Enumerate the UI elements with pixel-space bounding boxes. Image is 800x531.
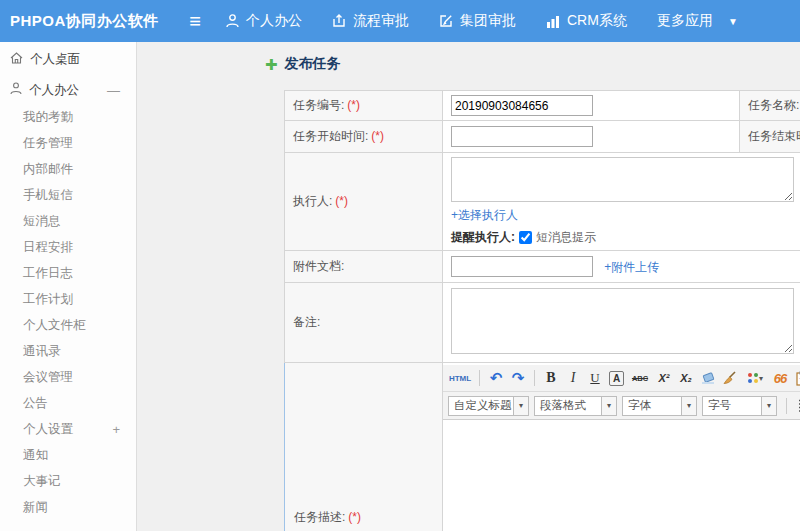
nav-personal-office[interactable]: 个人办公 (226, 12, 302, 30)
editor-toolbar-bottom: 自定义标题▾ 段落格式▾ 字体▾ 字号▾ (443, 392, 800, 420)
caret-down-icon: ▾ (759, 374, 763, 383)
paste-text-icon[interactable]: T (792, 368, 800, 388)
bold-button[interactable]: B (541, 368, 561, 388)
sidebar-item-label: 个人办公 (29, 82, 79, 99)
sidebar-item-personal-settings[interactable]: 个人设置 + (0, 416, 136, 442)
nav-process-approval[interactable]: 流程审批 (332, 12, 409, 30)
task-no-label: 任务编号:(*) (285, 91, 443, 121)
font-style-button[interactable]: A (609, 371, 624, 386)
editor-content-area[interactable] (443, 420, 800, 531)
custom-heading-select[interactable]: 自定义标题▾ (448, 396, 529, 416)
sidebar-item-news[interactable]: 新闻 (0, 494, 136, 520)
italic-button[interactable]: I (563, 368, 583, 388)
row-description: 任务描述:(*) HTML ↶ ↷ B I U A ABC (285, 363, 800, 531)
sidebar-item-work-plan[interactable]: 工作计划 (0, 286, 136, 312)
description-label: 任务描述:(*) (285, 363, 443, 531)
sidebar-item-meeting[interactable]: 会议管理 (0, 364, 136, 390)
executor-textarea[interactable] (451, 157, 794, 202)
nav-group-approval[interactable]: 集团审批 (439, 12, 516, 30)
expand-icon[interactable]: + (112, 422, 120, 437)
nav-crm-system[interactable]: CRM系统 (546, 12, 627, 30)
remark-textarea[interactable] (451, 288, 794, 354)
sidebar-item-attendance[interactable]: 我的考勤 (0, 104, 136, 130)
attachment-label: 附件文档: (285, 251, 443, 283)
sidebar-item-personal-office[interactable]: 个人办公 — (0, 76, 136, 104)
eraser-icon[interactable] (698, 368, 718, 388)
caret-down-icon: ▾ (601, 397, 616, 415)
row-start-time: 任务开始时间:(*) 任务结束时间:(*) (285, 121, 800, 153)
nav-label: 个人办公 (246, 12, 302, 30)
sidebar-item-internal-mail[interactable]: 内部邮件 (0, 156, 136, 182)
row-attachment: 附件文档: +附件上传 (285, 251, 800, 283)
rich-text-editor: HTML ↶ ↷ B I U A ABC X² X₂ (443, 363, 800, 531)
nav-label: 更多应用 (657, 12, 713, 30)
highlight-color-icon[interactable]: ▾ (742, 368, 768, 388)
nav-label: 集团审批 (460, 12, 516, 30)
sidebar-item-events[interactable]: 大事记 (0, 468, 136, 494)
row-task-no: 任务编号:(*) 任务名称:(*) (285, 91, 800, 121)
paragraph-format-select[interactable]: 段落格式▾ (534, 396, 617, 416)
sms-remind-label: 短消息提示 (536, 229, 596, 246)
align-left-icon[interactable] (796, 396, 800, 416)
row-executor: 执行人:(*) +选择执行人 提醒执行人: 短消息提示 (285, 153, 800, 251)
superscript-button[interactable]: X² (654, 368, 674, 388)
sidebar-item-desktop[interactable]: 个人桌面 (0, 42, 136, 76)
start-time-label: 任务开始时间:(*) (285, 121, 443, 153)
task-no-input[interactable] (451, 95, 593, 116)
user-icon (226, 14, 239, 28)
top-nav: 个人办公 流程审批 集团审批 CRM系统 更多应用 ▼ (226, 12, 738, 30)
menu-toggle-icon[interactable]: ≡ (178, 11, 212, 31)
caret-down-icon: ▾ (761, 397, 776, 415)
sms-remind-checkbox[interactable] (519, 231, 532, 244)
sidebar-item-short-message[interactable]: 短消息 (0, 208, 136, 234)
nav-more-apps[interactable]: 更多应用 ▼ (657, 12, 738, 30)
executor-label: 执行人:(*) (285, 153, 443, 251)
process-icon (332, 14, 346, 28)
collapse-icon[interactable]: — (107, 83, 120, 98)
user-icon (10, 82, 22, 98)
remark-label: 备注: (285, 283, 443, 363)
undo-icon[interactable]: ↶ (486, 368, 506, 388)
sidebar-item-contacts[interactable]: 通讯录 (0, 338, 136, 364)
page-title-text: 发布任务 (285, 55, 341, 73)
bar-chart-icon (546, 15, 560, 28)
underline-button[interactable]: U (585, 368, 605, 388)
main-content: ✚ 发布任务 任务编号:(*) 任务名称:(*) 任务开始时间:(*) (137, 42, 800, 531)
sidebar-item-task-management[interactable]: 任务管理 (0, 130, 136, 156)
font-family-select[interactable]: 字体▾ (622, 396, 697, 416)
format-brush-icon[interactable] (720, 368, 740, 388)
attachment-upload-link[interactable]: +附件上传 (604, 260, 659, 274)
page-title: ✚ 发布任务 (265, 55, 800, 73)
row-remark: 备注: (285, 283, 800, 363)
sidebar-item-notice[interactable]: 通知 (0, 442, 136, 468)
sidebar-item-work-log[interactable]: 工作日志 (0, 260, 136, 286)
nav-label: CRM系统 (567, 12, 627, 30)
edit-icon (439, 14, 453, 28)
caret-down-icon: ▼ (728, 16, 738, 27)
caret-down-icon: ▾ (681, 397, 696, 415)
sidebar-item-announcement[interactable]: 公告 (0, 390, 136, 416)
attachment-input[interactable] (451, 256, 593, 277)
top-bar: PHPOA协同办公软件 ≡ 个人办公 流程审批 集团审批 CRM系统 (0, 0, 800, 42)
remind-executor-label: 提醒执行人: (451, 229, 515, 246)
sidebar-item-file-cabinet[interactable]: 个人文件柜 (0, 312, 136, 338)
nav-label: 流程审批 (353, 12, 409, 30)
font-size-select[interactable]: 字号▾ (702, 396, 777, 416)
editor-toolbar-top: HTML ↶ ↷ B I U A ABC X² X₂ (443, 365, 800, 392)
task-form: 任务编号:(*) 任务名称:(*) 任务开始时间:(*) 任务结束时 (284, 90, 800, 531)
sidebar-item-label: 个人桌面 (30, 51, 80, 68)
subscript-button[interactable]: X₂ (676, 368, 696, 388)
end-time-label: 任务结束时间:(*) (740, 121, 800, 153)
select-executor-link[interactable]: +选择执行人 (451, 208, 518, 222)
caret-down-icon: ▾ (513, 397, 528, 415)
app-logo: PHPOA协同办公软件 (0, 12, 178, 31)
task-name-label: 任务名称:(*) (740, 91, 800, 121)
source-code-button[interactable]: HTML (447, 368, 473, 388)
blockquote-button[interactable]: 66 (770, 368, 790, 388)
plus-icon: ✚ (265, 57, 278, 72)
sidebar-item-schedule[interactable]: 日程安排 (0, 234, 136, 260)
start-time-input[interactable] (451, 126, 593, 147)
sidebar-item-sms[interactable]: 手机短信 (0, 182, 136, 208)
redo-icon[interactable]: ↷ (508, 368, 528, 388)
strikethrough-button[interactable]: ABC (628, 368, 652, 388)
